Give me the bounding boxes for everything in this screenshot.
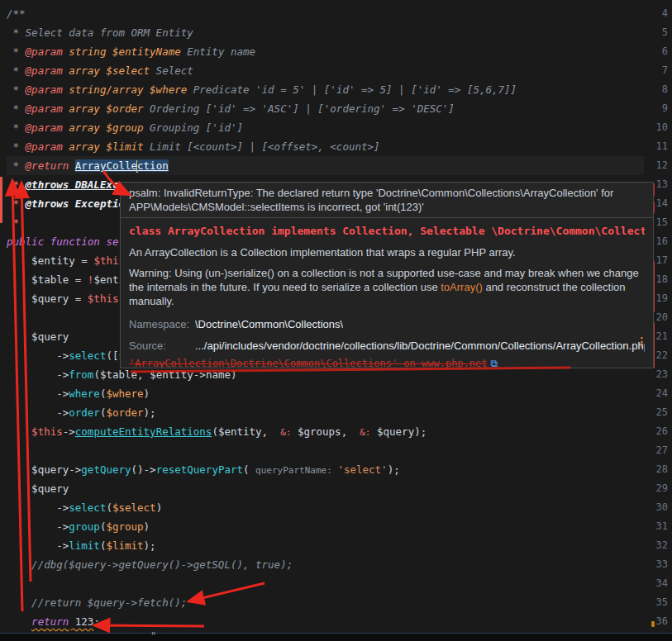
code-token: ArrayColle bbox=[75, 159, 137, 172]
code-line[interactable]: return 123; bbox=[7, 612, 644, 631]
line-number[interactable]: 9 bbox=[648, 99, 668, 118]
code-token: computeEntityRelations bbox=[75, 425, 212, 438]
code-token: //dbg($query->getQuery()->getSQL(), true… bbox=[7, 558, 293, 571]
code-token: -> bbox=[63, 425, 75, 438]
code-token: ( bbox=[243, 463, 255, 476]
code-line[interactable]: ->select($select) bbox=[7, 498, 644, 517]
code-line[interactable]: //return $query->fetch(); bbox=[7, 593, 644, 612]
code-token: -> bbox=[7, 501, 69, 514]
code-token: -> bbox=[7, 520, 69, 533]
line-number[interactable]: 32 bbox=[648, 536, 668, 555]
line-number[interactable]: 25 bbox=[648, 403, 668, 422]
code-token bbox=[370, 425, 377, 438]
code-line[interactable]: ->group($group) bbox=[7, 517, 644, 536]
code-line[interactable]: $this->computeEntityRelations($entity, &… bbox=[7, 422, 644, 441]
code-token: /** bbox=[7, 7, 26, 20]
code-token: @param bbox=[26, 83, 63, 96]
line-number[interactable]: 31 bbox=[648, 517, 668, 536]
code-token: $order bbox=[106, 406, 143, 419]
code-token: $table bbox=[31, 273, 69, 286]
code-line[interactable]: * @return ArrayCollection bbox=[7, 156, 644, 175]
code-token: $query bbox=[377, 425, 414, 438]
line-number[interactable]: 6 bbox=[648, 42, 668, 61]
line-number[interactable]: 29 bbox=[648, 479, 668, 498]
code-token: array $group bbox=[63, 121, 144, 134]
code-token: -> bbox=[7, 387, 69, 400]
code-token: $this bbox=[88, 292, 119, 305]
code-token: -> bbox=[7, 349, 69, 362]
code-line[interactable]: * @param array $order Ordering ['id' => … bbox=[7, 99, 644, 118]
code-token: * bbox=[7, 83, 26, 96]
phpnet-link[interactable]: 'ArrayCollection\Doctrine\Common\Collect… bbox=[129, 358, 487, 368]
code-line[interactable]: ->limit($limit); bbox=[7, 536, 644, 555]
namespace-value: \Doctrine\Common\Collections\ bbox=[195, 317, 343, 331]
line-number[interactable]: 12 bbox=[648, 156, 668, 175]
code-token: = bbox=[69, 292, 88, 305]
code-token bbox=[7, 482, 31, 495]
code-line[interactable]: * @param array $limit Limit [<count>] | … bbox=[7, 137, 644, 156]
line-number[interactable]: 26 bbox=[648, 422, 668, 441]
line-number[interactable]: 8 bbox=[648, 80, 668, 99]
line-number[interactable]: 11 bbox=[648, 137, 668, 156]
code-line[interactable]: * @param array $select Select bbox=[7, 61, 644, 80]
code-token: -> bbox=[7, 368, 69, 381]
code-token: , bbox=[341, 425, 360, 438]
code-token: order bbox=[69, 406, 100, 419]
code-line[interactable] bbox=[7, 574, 644, 593]
code-line[interactable]: ->where($where) bbox=[7, 384, 644, 403]
code-token: $groups bbox=[298, 425, 341, 438]
code-line[interactable]: * @param string/array $where Predicate '… bbox=[7, 80, 644, 99]
line-number[interactable]: 5 bbox=[648, 23, 668, 42]
code-token: * bbox=[7, 121, 26, 134]
code-line[interactable]: * @param array $group Grouping ['id'] bbox=[7, 118, 644, 137]
line-number[interactable]: 33 bbox=[648, 555, 668, 574]
toarray-link[interactable]: toArray() bbox=[441, 281, 483, 293]
code-token: getQuery bbox=[81, 463, 131, 476]
line-number[interactable]: 10 bbox=[648, 118, 668, 137]
line-number[interactable]: 34 bbox=[648, 574, 668, 593]
bottom-scrollbar[interactable]: " bbox=[0, 633, 672, 641]
doc-summary: An ArrayCollection is a Collection imple… bbox=[129, 245, 645, 259]
psalm-message: psalm: InvalidReturnType: The declared r… bbox=[129, 187, 613, 213]
code-line[interactable]: $query bbox=[7, 479, 644, 498]
code-line[interactable]: //dbg($query->getQuery()->getSQL(), true… bbox=[7, 555, 644, 574]
line-number[interactable]: 27 bbox=[648, 441, 668, 460]
code-token: $entity bbox=[150, 368, 193, 381]
line-number[interactable]: 30 bbox=[648, 498, 668, 517]
code-token: @param bbox=[26, 121, 63, 134]
code-token: queryPartName: bbox=[255, 465, 337, 476]
code-token: @throws DBALExcep bbox=[26, 178, 131, 191]
code-token bbox=[7, 254, 31, 267]
line-number[interactable]: 4 bbox=[648, 4, 668, 23]
code-line[interactable]: * @param string $entityName Entity name bbox=[7, 42, 644, 61]
code-token: $query bbox=[31, 330, 69, 343]
line-number[interactable]: 35 bbox=[648, 593, 668, 612]
partial-next-line: " bbox=[150, 630, 156, 641]
code-token: ( bbox=[93, 368, 100, 381]
code-token: ); bbox=[144, 539, 156, 552]
doc-warning: Warning: Using (un-)serialize() on a col… bbox=[129, 266, 645, 308]
code-line[interactable]: $query->getQuery()->resetQueryPart( quer… bbox=[7, 460, 644, 479]
more-actions-icon[interactable]: ⋮ bbox=[636, 335, 648, 349]
line-number[interactable]: 7 bbox=[648, 61, 668, 80]
code-line[interactable] bbox=[7, 441, 644, 460]
code-token: ) bbox=[231, 368, 237, 381]
code-token bbox=[291, 425, 298, 438]
line-number[interactable]: 24 bbox=[648, 384, 668, 403]
code-token: ( bbox=[106, 501, 112, 514]
source-path[interactable]: .../api/includes/vendor/doctrine/collect… bbox=[195, 339, 645, 353]
code-token: Limit [<count>] | [<offset>, <count>] bbox=[144, 140, 380, 153]
code-token: * bbox=[7, 159, 26, 172]
code-line[interactable]: * Select data from ORM Entity bbox=[7, 23, 644, 42]
code-line[interactable]: ->order($order); bbox=[7, 403, 644, 422]
doc-hover: class ArrayCollection implements Collect… bbox=[120, 218, 654, 368]
code-token: ) bbox=[144, 520, 150, 533]
error-gutter-stripe bbox=[0, 177, 2, 223]
code-token bbox=[7, 615, 31, 628]
code-line[interactable]: /** bbox=[7, 4, 644, 23]
code-token: * bbox=[7, 102, 26, 115]
code-token: resetQueryPart bbox=[156, 463, 243, 476]
code-token: ); bbox=[388, 463, 400, 476]
line-number[interactable]: 28 bbox=[648, 460, 668, 479]
code-token: @param bbox=[26, 64, 63, 77]
